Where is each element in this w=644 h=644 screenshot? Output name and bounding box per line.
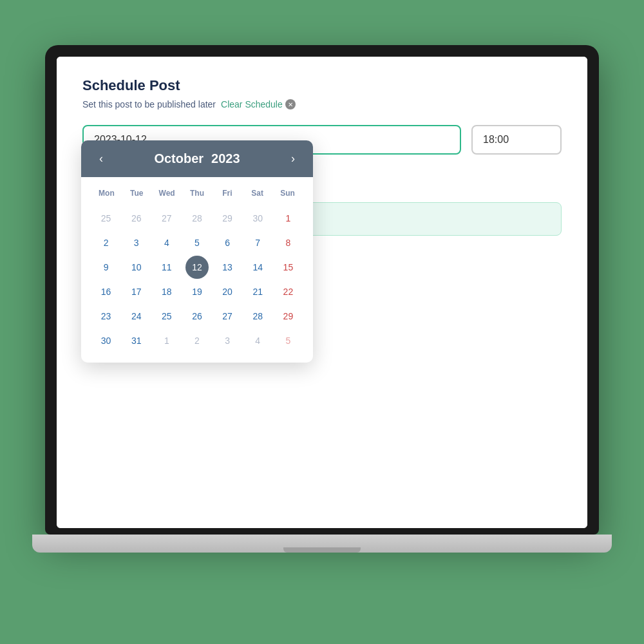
laptop-base	[32, 535, 612, 553]
page-title: Schedule Post	[82, 77, 562, 94]
calendar-day[interactable]: 11	[155, 256, 178, 279]
weekday-label: Tue	[122, 185, 152, 202]
calendar-day[interactable]: 29	[216, 207, 239, 230]
clear-icon: ✕	[285, 99, 296, 109]
calendar-day[interactable]: 3	[216, 329, 239, 352]
calendar-day[interactable]: 7	[246, 231, 269, 254]
calendar-popup: ‹ October 2023 › MonTueWedThuFriSatSun 2…	[81, 140, 313, 363]
calendar-day[interactable]: 18	[155, 280, 178, 303]
weekday-label: Mon	[91, 185, 122, 202]
calendar-day[interactable]: 29	[276, 305, 299, 328]
calendar-day[interactable]: 26	[185, 305, 209, 328]
calendar-body: MonTueWedThuFriSatSun 252627282930123456…	[81, 177, 313, 363]
calendar-day[interactable]: 2	[185, 329, 209, 352]
weekday-label: Wed	[152, 185, 182, 202]
calendar-day[interactable]: 3	[125, 231, 148, 254]
weekday-label: Fri	[212, 185, 242, 202]
calendar-day[interactable]: 4	[246, 329, 269, 352]
weekday-label: Sat	[242, 185, 272, 202]
laptop-wrapper: Schedule Post Set this post to be publis…	[32, 45, 612, 599]
calendar-day[interactable]: 10	[125, 256, 148, 279]
calendar-day[interactable]: 1	[276, 207, 299, 230]
calendar-day[interactable]: 12	[185, 256, 209, 279]
calendar-day[interactable]: 9	[95, 256, 118, 279]
calendar-day[interactable]: 20	[216, 280, 239, 303]
calendar-day[interactable]: 5	[276, 329, 299, 352]
weekday-label: Sun	[272, 185, 303, 202]
calendar-day[interactable]: 4	[155, 231, 178, 254]
screen-inner: Schedule Post Set this post to be publis…	[57, 57, 587, 528]
time-input[interactable]	[471, 125, 562, 155]
calendar-day[interactable]: 21	[246, 280, 269, 303]
weekday-label: Thu	[182, 185, 213, 202]
calendar-day[interactable]: 19	[185, 280, 209, 303]
calendar-day[interactable]: 2	[95, 231, 118, 254]
calendar-day[interactable]: 30	[246, 207, 269, 230]
calendar-day[interactable]: 31	[125, 329, 148, 352]
calendar-day[interactable]: 24	[125, 305, 148, 328]
calendar-day[interactable]: 22	[276, 280, 299, 303]
calendar-day[interactable]: 1	[155, 329, 178, 352]
screen-content: Schedule Post Set this post to be publis…	[57, 57, 587, 528]
calendar-day[interactable]: 8	[276, 231, 299, 254]
calendar-day[interactable]: 27	[216, 305, 239, 328]
calendar-day[interactable]: 30	[95, 329, 118, 352]
calendar-day[interactable]: 14	[246, 256, 269, 279]
calendar-day[interactable]: 15	[276, 256, 299, 279]
calendar-day[interactable]: 23	[95, 305, 118, 328]
page-subtitle: Set this post to be published later Clea…	[82, 99, 562, 109]
calendar-day[interactable]: 25	[95, 207, 118, 230]
calendar-days: 2526272829301234567891011121314151617181…	[91, 207, 303, 352]
calendar-header: ‹ October 2023 ›	[81, 140, 313, 177]
calendar-day[interactable]: 25	[155, 305, 178, 328]
calendar-month: October	[154, 151, 204, 166]
clear-schedule-link[interactable]: Clear Schedule ✕	[221, 99, 296, 109]
laptop-screen: Schedule Post Set this post to be publis…	[45, 45, 599, 535]
calendar-year: 2023	[211, 151, 240, 166]
calendar-day[interactable]: 6	[216, 231, 239, 254]
calendar-day[interactable]: 5	[185, 231, 209, 254]
calendar-day[interactable]: 16	[95, 280, 118, 303]
calendar-weekdays: MonTueWedThuFriSatSun	[91, 185, 303, 202]
calendar-next-button[interactable]: ›	[286, 149, 300, 168]
calendar-prev-button[interactable]: ‹	[94, 149, 108, 168]
calendar-day[interactable]: 28	[185, 207, 209, 230]
calendar-day[interactable]: 17	[125, 280, 148, 303]
calendar-month-year: October 2023	[154, 151, 240, 166]
calendar-day[interactable]: 28	[246, 305, 269, 328]
calendar-day[interactable]: 27	[155, 207, 178, 230]
calendar-day[interactable]: 13	[216, 256, 239, 279]
calendar-day[interactable]: 26	[125, 207, 148, 230]
